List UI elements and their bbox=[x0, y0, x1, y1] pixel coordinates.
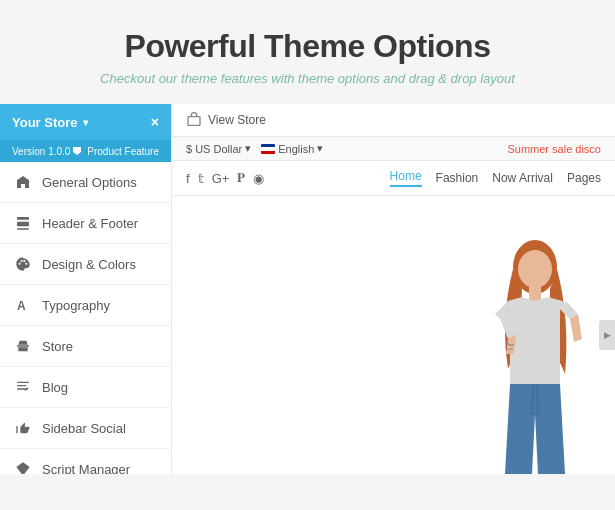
nav-link-pages[interactable]: Pages bbox=[567, 171, 601, 185]
instagram-icon[interactable]: ◉ bbox=[253, 171, 264, 186]
store-preview: $ US Dollar ▾ English ▾ Summer sale disc… bbox=[172, 137, 615, 474]
currency-arrow-icon: ▾ bbox=[245, 142, 251, 155]
svg-rect-10 bbox=[529, 286, 541, 301]
layout-icon bbox=[14, 214, 32, 232]
preview-side-handle[interactable]: ▶ bbox=[599, 320, 615, 350]
model-figure bbox=[465, 234, 605, 474]
nav-label-general-options: General Options bbox=[42, 175, 137, 190]
sidebar: Your Store ▾ × Version 1.0.0 Product Fea… bbox=[0, 104, 172, 474]
nav-label-design-colors: Design & Colors bbox=[42, 257, 136, 272]
main-layout: Your Store ▾ × Version 1.0.0 Product Fea… bbox=[0, 104, 615, 474]
flag-icon bbox=[261, 144, 275, 154]
svg-rect-5 bbox=[17, 385, 26, 386]
language-select[interactable]: English ▾ bbox=[261, 142, 323, 155]
sidebar-close-button[interactable]: × bbox=[151, 114, 159, 130]
store-bar-left: $ US Dollar ▾ English ▾ bbox=[186, 142, 323, 155]
content-topbar: View Store bbox=[172, 104, 615, 137]
edit-icon bbox=[14, 378, 32, 396]
promo-text: Summer sale disco bbox=[507, 143, 601, 155]
content-area: View Store $ US Dollar ▾ English ▾ Sum bbox=[172, 104, 615, 474]
nav-label-blog: Blog bbox=[42, 380, 68, 395]
diamond-icon bbox=[14, 460, 32, 474]
svg-text:A: A bbox=[17, 299, 26, 313]
hero-section: Powerful Theme Options Checkout our them… bbox=[0, 0, 615, 104]
sidebar-item-blog[interactable]: Blog bbox=[0, 367, 171, 408]
svg-rect-0 bbox=[17, 217, 29, 220]
nav-label-sidebar-social: Sidebar Social bbox=[42, 421, 126, 436]
nav-label-script-manager: Script Manager bbox=[42, 462, 130, 475]
nav-link-new-arrival[interactable]: Now Arrival bbox=[492, 171, 553, 185]
currency-label: $ US Dollar bbox=[186, 143, 242, 155]
sidebar-item-typography[interactable]: A Typography bbox=[0, 285, 171, 326]
twitter-icon[interactable]: 𝕥 bbox=[198, 171, 204, 186]
flag-icon bbox=[71, 145, 83, 157]
sidebar-item-script-manager[interactable]: Script Manager bbox=[0, 449, 171, 474]
version-label: Version 1.0.0 bbox=[12, 146, 70, 157]
svg-rect-2 bbox=[17, 228, 29, 229]
palette-icon bbox=[14, 255, 32, 273]
googleplus-icon[interactable]: G+ bbox=[212, 171, 230, 186]
nav-label-store: Store bbox=[42, 339, 73, 354]
sidebar-header-left: Your Store ▾ bbox=[12, 115, 88, 130]
view-store-icon bbox=[186, 112, 202, 128]
nav-link-home[interactable]: Home bbox=[390, 169, 422, 187]
social-icons: f 𝕥 G+ 𝐏 ◉ bbox=[186, 170, 264, 186]
view-store-label[interactable]: View Store bbox=[208, 113, 266, 127]
store-name-label: Your Store bbox=[12, 115, 78, 130]
font-icon: A bbox=[14, 296, 32, 314]
sidebar-item-sidebar-social[interactable]: Sidebar Social bbox=[0, 408, 171, 449]
store-nav-links: Home Fashion Now Arrival Pages bbox=[390, 169, 601, 187]
store-icon bbox=[14, 337, 32, 355]
sidebar-nav: General Options Header & Footer Design &… bbox=[0, 162, 171, 474]
sidebar-subheader: Version 1.0.0 Product Feature bbox=[0, 140, 171, 162]
language-label: English bbox=[278, 143, 314, 155]
svg-point-9 bbox=[518, 250, 552, 288]
model-svg bbox=[470, 239, 600, 474]
pinterest-icon[interactable]: 𝐏 bbox=[237, 170, 245, 186]
sidebar-item-store[interactable]: Store bbox=[0, 326, 171, 367]
svg-rect-4 bbox=[17, 382, 29, 383]
sidebar-item-header-footer[interactable]: Header & Footer bbox=[0, 203, 171, 244]
sidebar-item-design-colors[interactable]: Design & Colors bbox=[0, 244, 171, 285]
store-currency-bar: $ US Dollar ▾ English ▾ Summer sale disc… bbox=[172, 137, 615, 161]
store-nav-bar: f 𝕥 G+ 𝐏 ◉ Home Fashion Now Arrival Page… bbox=[172, 161, 615, 196]
svg-rect-1 bbox=[17, 222, 29, 227]
nav-label-typography: Typography bbox=[42, 298, 110, 313]
facebook-icon[interactable]: f bbox=[186, 171, 190, 186]
home-icon bbox=[14, 173, 32, 191]
language-arrow-icon: ▾ bbox=[317, 142, 323, 155]
thumbsup-icon bbox=[14, 419, 32, 437]
svg-rect-7 bbox=[188, 117, 200, 126]
hero-subtitle: Checkout our theme features with theme o… bbox=[20, 71, 595, 86]
currency-select[interactable]: $ US Dollar ▾ bbox=[186, 142, 251, 155]
sidebar-header: Your Store ▾ × bbox=[0, 104, 171, 140]
nav-link-fashion[interactable]: Fashion bbox=[436, 171, 479, 185]
store-dropdown-arrow-icon[interactable]: ▾ bbox=[83, 117, 88, 128]
hero-title: Powerful Theme Options bbox=[20, 28, 595, 65]
product-feature-badge: Product Feature bbox=[71, 145, 159, 157]
store-hero-banner: ▶ bbox=[172, 196, 615, 474]
sidebar-item-general-options[interactable]: General Options bbox=[0, 162, 171, 203]
nav-label-header-footer: Header & Footer bbox=[42, 216, 138, 231]
